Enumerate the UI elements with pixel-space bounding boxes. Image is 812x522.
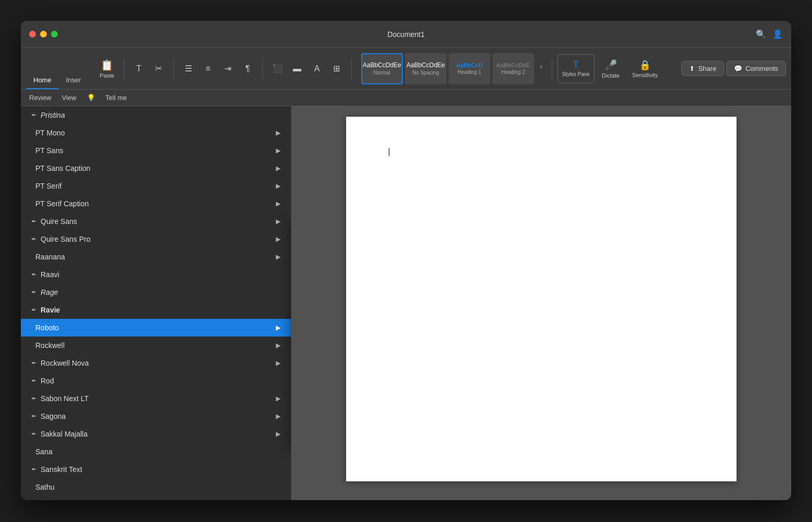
font-item-pt-mono[interactable]: PT Mono ▶ <box>21 124 291 142</box>
review-menu[interactable]: Review <box>29 94 52 102</box>
document-canvas[interactable] <box>346 117 737 481</box>
font-name-rockwell-nova: Rockwell Nova <box>41 359 276 367</box>
title-bar: Document1 🔍 👤 <box>21 21 791 48</box>
font-name-roboto: Roboto <box>35 324 276 332</box>
submenu-arrow-roboto: ▶ <box>276 324 281 331</box>
font-name-sakkal-majalla: Sakkal Majalla <box>41 430 276 438</box>
numbering-btn[interactable]: ≡ <box>199 55 218 82</box>
normal-preset[interactable]: AaBbCcDdEe Normal <box>361 53 403 84</box>
font-item-roboto[interactable]: Roboto ▶ <box>21 319 291 337</box>
font-item-pt-sans[interactable]: PT Sans ▶ <box>21 142 291 159</box>
tab-insert[interactable]: Inser <box>59 72 88 89</box>
share-button[interactable]: ⬆ Share <box>681 61 724 76</box>
paragraph-group: ☰ ≡ ⇥ ¶ <box>179 55 257 82</box>
bullets-btn[interactable]: ☰ <box>179 55 198 82</box>
more-styles-icon: › <box>540 63 542 70</box>
font-item-rockwell[interactable]: Rockwell ▶ <box>21 337 291 354</box>
no-spacing-preview-text: AaBbCcDdEe <box>407 61 445 69</box>
tab-home[interactable]: Home <box>26 72 59 89</box>
font-icon-rage: ✒ <box>31 289 36 296</box>
search-icon[interactable]: 🔍 <box>756 29 766 39</box>
border-icon: ⊞ <box>333 64 340 73</box>
paste-icon: 📋 <box>100 59 113 71</box>
font-item-pristina[interactable]: ✒ Pristina <box>21 106 291 124</box>
tell-me-menu[interactable]: Tell me <box>106 94 127 102</box>
font-name-sana: Sana <box>35 448 281 456</box>
font-item-pt-serif-caption[interactable]: PT Serif Caption ▶ <box>21 195 291 213</box>
pilcrow-btn[interactable]: ¶ <box>238 55 257 82</box>
font-item-sagona[interactable]: ✒ Sagona ▶ <box>21 407 291 425</box>
window-title: Document1 <box>387 30 425 39</box>
cut-btn[interactable]: ✂ <box>149 55 168 82</box>
comments-button[interactable]: 💬 Comments <box>726 61 786 76</box>
styles-pane-button[interactable]: T Styles Pane <box>557 54 594 83</box>
ribbon-tabs: Home Inser <box>26 48 88 89</box>
submenu-arrow-raanana: ▶ <box>276 253 281 260</box>
separator-3 <box>262 58 263 79</box>
font-name-pt-sans: PT Sans <box>35 146 276 155</box>
title-bar-actions: 🔍 👤 <box>756 29 783 39</box>
font-item-ravie[interactable]: ✒ Ravie <box>21 301 291 319</box>
sensitivity-label: Sensitivity <box>632 72 658 78</box>
font-item-sanskrit-text[interactable]: ✒ Sanskrit Text <box>21 461 291 478</box>
font-name-rage: Rage <box>41 288 281 296</box>
font-name-quire-sans: Quire Sans <box>41 217 276 226</box>
font-item-sabon-next-lt[interactable]: ✒ Sabon Next LT ▶ <box>21 390 291 407</box>
heading1-preview-text: AaBbCcD <box>456 62 483 68</box>
cut-icon: ✂ <box>155 64 162 73</box>
document-content <box>346 117 737 190</box>
font-item-sakkal-majalla[interactable]: ✒ Sakkal Majalla ▶ <box>21 425 291 443</box>
font-list-panel: ✒ Pristina PT Mono ▶ PT Sans ▶ PT Sans C… <box>21 106 291 500</box>
heading1-preset[interactable]: AaBbCcD Heading 1 <box>449 53 490 84</box>
font-item-sana[interactable]: Sana <box>21 443 291 461</box>
font-item-pt-sans-caption[interactable]: PT Sans Caption ▶ <box>21 159 291 177</box>
traffic-lights <box>29 31 58 38</box>
font-item-savoy-let[interactable]: Savoy LET <box>21 496 291 500</box>
font-btn[interactable]: T <box>130 55 148 82</box>
paste-button[interactable]: 📋 Paste <box>96 54 119 83</box>
font-icon-ravie: ✒ <box>31 306 36 314</box>
font-item-rage[interactable]: ✒ Rage <box>21 283 291 301</box>
font-item-quire-sans[interactable]: ✒ Quire Sans ▶ <box>21 213 291 230</box>
font-item-sathu[interactable]: Sathu <box>21 478 291 496</box>
no-spacing-preset[interactable]: AaBbCcDdEe No Spacing <box>405 53 447 84</box>
user-icon[interactable]: 👤 <box>772 29 783 39</box>
font-item-pt-serif[interactable]: PT Serif ▶ <box>21 177 291 195</box>
pilcrow-icon: ¶ <box>245 64 250 73</box>
font-name-raavi: Raavi <box>41 270 281 279</box>
submenu-arrow-quire-sans-pro: ▶ <box>276 235 281 243</box>
more-styles-btn[interactable]: › <box>536 53 547 80</box>
submenu-arrow-rockwell-nova: ▶ <box>276 359 281 367</box>
sensitivity-button[interactable]: 🔒 Sensitivity <box>627 54 663 83</box>
align-left-icon: ⬛ <box>272 64 283 73</box>
document-area[interactable] <box>291 106 791 500</box>
font-item-raanana[interactable]: Raanana ▶ <box>21 248 291 266</box>
minimize-button[interactable] <box>40 31 47 38</box>
heading1-preview-label: Heading 1 <box>458 69 481 75</box>
submenu-arrow-sakkal-majalla: ▶ <box>276 430 281 438</box>
align-left-btn[interactable]: ⬛ <box>268 55 287 82</box>
dictate-icon: 🎤 <box>604 59 617 71</box>
font-name-sathu: Sathu <box>35 483 281 491</box>
font-item-quire-sans-pro[interactable]: ✒ Quire Sans Pro ▶ <box>21 230 291 248</box>
align-center-btn[interactable]: ▬ <box>288 55 307 82</box>
submenu-arrow-pt-sans-caption: ▶ <box>276 165 281 172</box>
font-item-rod[interactable]: ✒ Rod <box>21 372 291 390</box>
highlight-btn[interactable]: A <box>308 55 326 82</box>
font-name-ravie: Ravie <box>41 306 281 314</box>
close-button[interactable] <box>29 31 36 38</box>
font-name-pt-mono: PT Mono <box>35 129 276 137</box>
view-menu[interactable]: View <box>62 94 77 102</box>
border-btn[interactable]: ⊞ <box>327 55 346 82</box>
maximize-button[interactable] <box>51 31 58 38</box>
font-icon-sanskrit-text: ✒ <box>31 466 36 473</box>
dictate-button[interactable]: 🎤 Dictate <box>597 54 625 83</box>
styles-pane-label: Styles Pane <box>562 71 590 78</box>
share-label: Share <box>698 65 716 72</box>
font-name-rod: Rod <box>41 377 281 385</box>
indent-btn[interactable]: ⇥ <box>219 55 237 82</box>
numbering-icon: ≡ <box>206 64 210 73</box>
font-item-raavi[interactable]: ✒ Raavi <box>21 266 291 283</box>
heading2-preset[interactable]: AaBbCcDdE Heading 2 <box>492 53 534 84</box>
font-item-rockwell-nova[interactable]: ✒ Rockwell Nova ▶ <box>21 354 291 372</box>
